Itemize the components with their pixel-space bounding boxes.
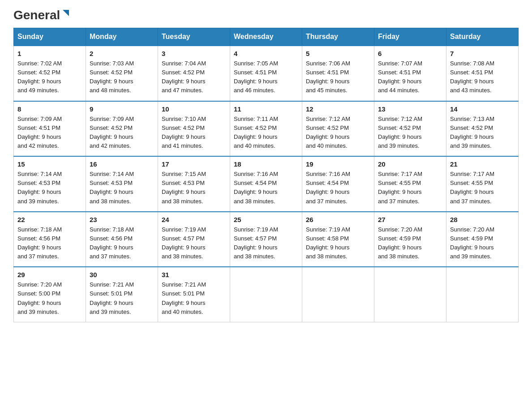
day-number: 10 xyxy=(162,105,226,113)
day-info: Sunrise: 7:19 AMSunset: 4:58 PMDaylight:… xyxy=(306,225,370,261)
calendar-cell: 2 Sunrise: 7:03 AMSunset: 4:52 PMDayligh… xyxy=(86,46,158,101)
day-info: Sunrise: 7:07 AMSunset: 4:51 PMDaylight:… xyxy=(378,59,442,95)
day-number: 26 xyxy=(306,216,370,223)
day-info: Sunrise: 7:04 AMSunset: 4:52 PMDaylight:… xyxy=(162,59,226,95)
day-info: Sunrise: 7:17 AMSunset: 4:55 PMDaylight:… xyxy=(378,170,442,206)
calendar-cell: 29 Sunrise: 7:20 AMSunset: 5:00 PMDaylig… xyxy=(14,267,86,322)
day-info: Sunrise: 7:03 AMSunset: 4:52 PMDaylight:… xyxy=(90,59,154,95)
calendar-cell: 6 Sunrise: 7:07 AMSunset: 4:51 PMDayligh… xyxy=(374,46,446,101)
day-number: 22 xyxy=(17,216,82,223)
calendar-cell xyxy=(374,267,446,322)
day-info: Sunrise: 7:12 AMSunset: 4:52 PMDaylight:… xyxy=(306,115,370,151)
svg-marker-0 xyxy=(63,10,69,16)
day-info: Sunrise: 7:20 AMSunset: 5:00 PMDaylight:… xyxy=(17,280,82,317)
day-info: Sunrise: 7:19 AMSunset: 4:57 PMDaylight:… xyxy=(162,225,226,261)
header-saturday: Saturday xyxy=(446,28,519,46)
calendar-cell xyxy=(446,267,519,322)
day-info: Sunrise: 7:13 AMSunset: 4:52 PMDaylight:… xyxy=(450,115,515,151)
day-number: 8 xyxy=(17,105,82,113)
day-info: Sunrise: 7:20 AMSunset: 4:59 PMDaylight:… xyxy=(378,225,442,261)
calendar-cell: 28 Sunrise: 7:20 AMSunset: 4:59 PMDaylig… xyxy=(446,212,519,267)
day-number: 15 xyxy=(17,160,82,168)
calendar-cell xyxy=(302,267,374,322)
calendar-cell: 21 Sunrise: 7:17 AMSunset: 4:55 PMDaylig… xyxy=(446,156,519,212)
day-number: 12 xyxy=(306,105,370,113)
day-number: 30 xyxy=(90,271,154,278)
calendar-cell: 26 Sunrise: 7:19 AMSunset: 4:58 PMDaylig… xyxy=(302,212,374,267)
calendar-cell: 22 Sunrise: 7:18 AMSunset: 4:56 PMDaylig… xyxy=(14,212,86,267)
calendar-cell: 18 Sunrise: 7:16 AMSunset: 4:54 PMDaylig… xyxy=(230,156,302,212)
day-number: 16 xyxy=(90,160,154,168)
day-number: 20 xyxy=(378,160,442,168)
calendar-cell: 27 Sunrise: 7:20 AMSunset: 4:59 PMDaylig… xyxy=(374,212,446,267)
day-info: Sunrise: 7:20 AMSunset: 4:59 PMDaylight:… xyxy=(450,225,515,261)
day-info: Sunrise: 7:05 AMSunset: 4:51 PMDaylight:… xyxy=(234,59,298,95)
logo-arrow-icon xyxy=(61,9,71,19)
day-info: Sunrise: 7:09 AMSunset: 4:52 PMDaylight:… xyxy=(90,115,154,151)
day-number: 29 xyxy=(17,271,82,278)
day-number: 13 xyxy=(378,105,442,113)
day-number: 27 xyxy=(378,216,442,223)
calendar-cell: 24 Sunrise: 7:19 AMSunset: 4:57 PMDaylig… xyxy=(158,212,230,267)
calendar-cell xyxy=(230,267,302,322)
calendar-week-row: 8 Sunrise: 7:09 AMSunset: 4:51 PMDayligh… xyxy=(14,101,519,157)
day-number: 7 xyxy=(450,50,515,57)
day-info: Sunrise: 7:14 AMSunset: 4:53 PMDaylight:… xyxy=(17,170,82,206)
day-number: 25 xyxy=(234,216,298,223)
day-number: 19 xyxy=(306,160,370,168)
calendar-week-row: 29 Sunrise: 7:20 AMSunset: 5:00 PMDaylig… xyxy=(14,267,519,322)
day-number: 14 xyxy=(450,105,515,113)
day-number: 28 xyxy=(450,216,515,223)
calendar-cell: 13 Sunrise: 7:12 AMSunset: 4:52 PMDaylig… xyxy=(374,101,446,157)
calendar-week-row: 22 Sunrise: 7:18 AMSunset: 4:56 PMDaylig… xyxy=(14,212,519,267)
day-info: Sunrise: 7:11 AMSunset: 4:52 PMDaylight:… xyxy=(234,115,298,151)
calendar-cell: 16 Sunrise: 7:14 AMSunset: 4:53 PMDaylig… xyxy=(86,156,158,212)
logo: General xyxy=(13,9,71,20)
day-number: 18 xyxy=(234,160,298,168)
day-info: Sunrise: 7:18 AMSunset: 4:56 PMDaylight:… xyxy=(90,225,154,261)
day-number: 5 xyxy=(306,50,370,57)
day-info: Sunrise: 7:16 AMSunset: 4:54 PMDaylight:… xyxy=(306,170,370,206)
header-thursday: Thursday xyxy=(302,28,374,46)
day-number: 11 xyxy=(234,105,298,113)
day-info: Sunrise: 7:21 AMSunset: 5:01 PMDaylight:… xyxy=(90,280,154,317)
calendar-cell: 14 Sunrise: 7:13 AMSunset: 4:52 PMDaylig… xyxy=(446,101,519,157)
calendar-cell: 12 Sunrise: 7:12 AMSunset: 4:52 PMDaylig… xyxy=(302,101,374,157)
calendar-week-row: 15 Sunrise: 7:14 AMSunset: 4:53 PMDaylig… xyxy=(14,156,519,212)
day-number: 1 xyxy=(17,50,82,57)
calendar-cell: 7 Sunrise: 7:08 AMSunset: 4:51 PMDayligh… xyxy=(446,46,519,101)
day-info: Sunrise: 7:10 AMSunset: 4:52 PMDaylight:… xyxy=(162,115,226,151)
day-info: Sunrise: 7:06 AMSunset: 4:51 PMDaylight:… xyxy=(306,59,370,95)
calendar-cell: 3 Sunrise: 7:04 AMSunset: 4:52 PMDayligh… xyxy=(158,46,230,101)
day-info: Sunrise: 7:16 AMSunset: 4:54 PMDaylight:… xyxy=(234,170,298,206)
day-info: Sunrise: 7:12 AMSunset: 4:52 PMDaylight:… xyxy=(378,115,442,151)
day-number: 9 xyxy=(90,105,154,113)
page-header: General xyxy=(13,9,519,20)
day-number: 3 xyxy=(162,50,226,57)
calendar-cell: 8 Sunrise: 7:09 AMSunset: 4:51 PMDayligh… xyxy=(14,101,86,157)
calendar-cell: 17 Sunrise: 7:15 AMSunset: 4:53 PMDaylig… xyxy=(158,156,230,212)
day-info: Sunrise: 7:08 AMSunset: 4:51 PMDaylight:… xyxy=(450,59,515,95)
day-number: 31 xyxy=(162,271,226,278)
calendar-week-row: 1 Sunrise: 7:02 AMSunset: 4:52 PMDayligh… xyxy=(14,46,519,101)
day-number: 6 xyxy=(378,50,442,57)
calendar-cell: 1 Sunrise: 7:02 AMSunset: 4:52 PMDayligh… xyxy=(14,46,86,101)
calendar-cell: 15 Sunrise: 7:14 AMSunset: 4:53 PMDaylig… xyxy=(14,156,86,212)
calendar-cell: 19 Sunrise: 7:16 AMSunset: 4:54 PMDaylig… xyxy=(302,156,374,212)
day-info: Sunrise: 7:02 AMSunset: 4:52 PMDaylight:… xyxy=(17,59,82,95)
day-info: Sunrise: 7:15 AMSunset: 4:53 PMDaylight:… xyxy=(162,170,226,206)
calendar-cell: 4 Sunrise: 7:05 AMSunset: 4:51 PMDayligh… xyxy=(230,46,302,101)
header-friday: Friday xyxy=(374,28,446,46)
calendar-cell: 9 Sunrise: 7:09 AMSunset: 4:52 PMDayligh… xyxy=(86,101,158,157)
logo-general: General xyxy=(13,9,60,21)
calendar-cell: 11 Sunrise: 7:11 AMSunset: 4:52 PMDaylig… xyxy=(230,101,302,157)
day-number: 24 xyxy=(162,216,226,223)
header-wednesday: Wednesday xyxy=(230,28,302,46)
day-info: Sunrise: 7:18 AMSunset: 4:56 PMDaylight:… xyxy=(17,225,82,261)
calendar-cell: 25 Sunrise: 7:19 AMSunset: 4:57 PMDaylig… xyxy=(230,212,302,267)
day-info: Sunrise: 7:17 AMSunset: 4:55 PMDaylight:… xyxy=(450,170,515,206)
day-info: Sunrise: 7:09 AMSunset: 4:51 PMDaylight:… xyxy=(17,115,82,151)
day-number: 17 xyxy=(162,160,226,168)
calendar-header-row: SundayMondayTuesdayWednesdayThursdayFrid… xyxy=(14,28,519,46)
header-tuesday: Tuesday xyxy=(158,28,230,46)
